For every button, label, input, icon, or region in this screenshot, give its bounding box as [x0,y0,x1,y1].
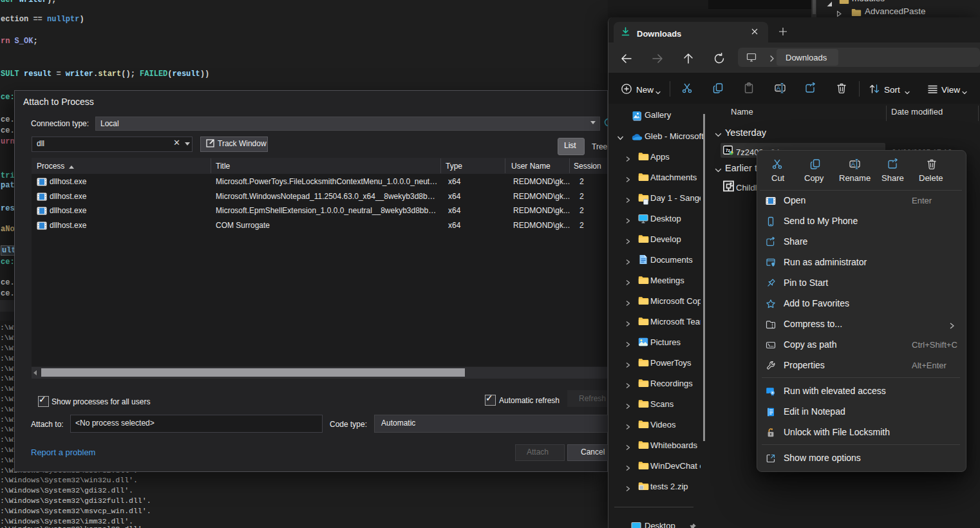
svg-text:A: A [851,160,856,167]
svg-text:A: A [777,84,781,91]
